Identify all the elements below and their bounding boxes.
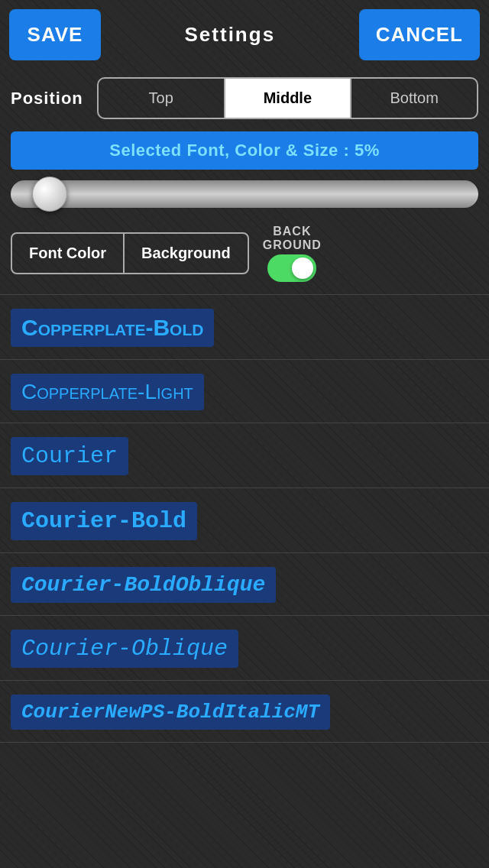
back-ground-label: Back Ground bbox=[263, 225, 322, 251]
selected-font-text: Selected Font, Color & Size : 5% bbox=[109, 141, 379, 160]
slider-container bbox=[0, 174, 489, 217]
font-item-copperplate-light[interactable]: Copperplate-Light bbox=[0, 359, 489, 423]
position-middle-button[interactable]: Middle bbox=[225, 79, 352, 118]
font-list: Copperplate-BoldCopperplate-LightCourier… bbox=[0, 294, 489, 743]
font-size-slider[interactable] bbox=[11, 180, 478, 208]
header: SAVE Settings CANCEL bbox=[0, 0, 489, 70]
save-button[interactable]: SAVE bbox=[9, 9, 101, 60]
position-selector: Top Middle Bottom bbox=[97, 77, 478, 119]
font-item-copperplate-bold[interactable]: Copperplate-Bold bbox=[0, 294, 489, 359]
position-label: Position bbox=[11, 89, 83, 108]
controls-row: Font Color Background Back Ground bbox=[0, 217, 489, 290]
font-color-background-toggle: Font Color Background bbox=[11, 232, 249, 274]
position-row: Position Top Middle Bottom bbox=[0, 70, 489, 127]
font-item-courier-boldoblique[interactable]: Courier-BoldOblique bbox=[0, 552, 489, 615]
font-name-couriernewps: CourierNewPS-BoldItalicMT bbox=[11, 695, 330, 730]
position-top-button[interactable]: Top bbox=[99, 79, 225, 118]
font-item-courier-bold[interactable]: Courier-Bold bbox=[0, 487, 489, 552]
background-toggle-area: Back Ground bbox=[263, 225, 322, 282]
font-name-courier-oblique: Courier-Oblique bbox=[11, 630, 238, 668]
font-name-courier-bold: Courier-Bold bbox=[11, 502, 197, 540]
background-button[interactable]: Background bbox=[125, 234, 248, 273]
font-color-button[interactable]: Font Color bbox=[12, 234, 125, 273]
selected-font-bar: Selected Font, Color & Size : 5% bbox=[11, 131, 478, 170]
toggle-slider bbox=[267, 254, 316, 282]
font-name-copperplate-bold: Copperplate-Bold bbox=[11, 309, 214, 347]
page-title: Settings bbox=[185, 23, 276, 47]
cancel-button[interactable]: CANCEL bbox=[359, 9, 480, 60]
font-item-couriernewps[interactable]: CourierNewPS-BoldItalicMT bbox=[0, 680, 489, 743]
font-name-copperplate-light: Copperplate-Light bbox=[11, 374, 204, 410]
font-name-courier-boldoblique: Courier-BoldOblique bbox=[11, 567, 276, 603]
font-name-courier: Courier bbox=[11, 437, 128, 475]
position-bottom-button[interactable]: Bottom bbox=[351, 79, 477, 118]
background-toggle-switch[interactable] bbox=[267, 254, 316, 282]
font-item-courier[interactable]: Courier bbox=[0, 423, 489, 487]
font-item-courier-oblique[interactable]: Courier-Oblique bbox=[0, 615, 489, 680]
